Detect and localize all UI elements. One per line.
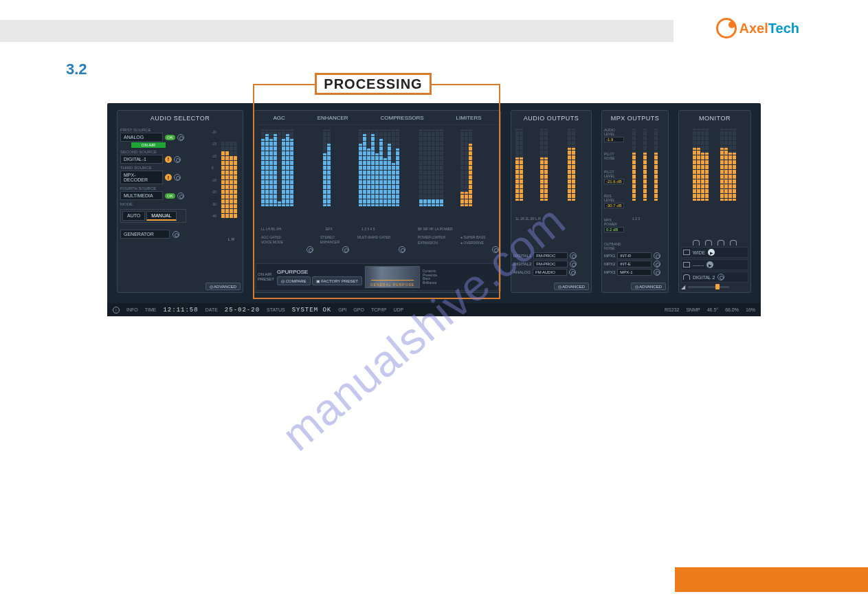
gear-icon[interactable] <box>569 269 576 276</box>
limiter-line2: EXPANSION <box>418 241 438 245</box>
gear-icon[interactable] <box>654 261 660 267</box>
agc-mode-label: AGC GATED VOICE MODE <box>261 235 283 244</box>
gear-icon[interactable] <box>492 246 499 253</box>
gear-icon[interactable] <box>654 252 660 259</box>
audio-outputs-title: AUDIO OUTPUTS <box>514 113 588 126</box>
on-air-badge: ON AIR <box>131 142 166 148</box>
enhancer-mode-label: STEREO ENHANCER <box>320 235 340 244</box>
gear-icon[interactable] <box>177 134 184 141</box>
limiter-meters-b <box>460 129 472 206</box>
gpi-label: GPI <box>338 307 346 312</box>
second-source-value[interactable]: DIGITAL-1 <box>120 155 163 164</box>
footer-orange-bar <box>675 567 868 592</box>
mpx2-label: MPX2 <box>604 262 615 266</box>
digital2-value[interactable]: FM-PROC <box>533 261 568 267</box>
info-icon[interactable]: i <box>113 307 120 314</box>
expand-icon[interactable] <box>683 250 690 255</box>
digital1-value[interactable]: FM-PROC <box>533 252 568 259</box>
preset-name: GPURPOSE <box>277 269 362 275</box>
headphone-icon[interactable] <box>730 240 737 245</box>
mpx3-label: MPX3 <box>604 270 615 274</box>
mpx-vu-1 <box>632 129 636 201</box>
limiter-opt2: ● OVERDRIVE <box>460 241 484 245</box>
first-source-label: FIRST SOURCE <box>120 128 196 132</box>
warning-icon: ! <box>165 174 172 181</box>
snmp-label: SNMP <box>686 307 700 312</box>
enhancer-meters <box>323 129 331 206</box>
limiter-meters-a <box>419 129 443 206</box>
gear-icon[interactable] <box>654 269 660 276</box>
info-label: INFO <box>126 307 138 312</box>
mpx-vu-3 <box>654 129 658 201</box>
mpx3-value[interactable]: MPX-1 <box>617 269 652 276</box>
gear-icon[interactable] <box>307 246 313 253</box>
monitor-vu-r <box>720 129 736 201</box>
preset-thumbnail[interactable]: GENERAL PURPOSE <box>365 266 420 288</box>
monitor-title: MONITOR <box>682 113 748 126</box>
volume-slider[interactable] <box>688 286 729 288</box>
outputs-vu-1 <box>515 129 523 201</box>
mode-auto-button[interactable]: AUTO <box>122 211 145 221</box>
advanced-button[interactable]: ◎ ADVANCED <box>554 283 589 290</box>
play-icon[interactable]: ▶ <box>706 261 713 268</box>
limiter-line1: POWER LIMITER <box>418 235 445 240</box>
limiter-opt1: ● SUPER BASS <box>460 235 485 240</box>
compare-button[interactable]: ◎ COMPARE <box>277 276 311 285</box>
third-source-label: THIRD SOURCE <box>120 166 196 170</box>
expand-icon[interactable] <box>683 262 690 267</box>
mpx-col-labels: 1 2 3 <box>632 217 640 221</box>
tcpip-label: TCP/IP <box>371 307 387 312</box>
selector-scale: -20-15-100-10-20-30-40 <box>212 130 216 218</box>
top-grey-bar <box>0 20 674 42</box>
outputs-col-labels: 1L 1R 2L 2R L R <box>515 217 541 221</box>
temp-value: 46.5° <box>707 307 718 312</box>
selector-lr-label: L R <box>228 237 234 241</box>
headphone-icon[interactable] <box>705 240 712 245</box>
gear-icon[interactable] <box>177 193 184 199</box>
generator-button[interactable]: GENERATOR <box>120 230 170 239</box>
gear-icon[interactable] <box>342 246 349 253</box>
gear-icon[interactable] <box>399 246 405 253</box>
mpx-readouts: AUDIO LEVEL-1.9 PILOT NOISE PILOT LEVEL-… <box>604 128 624 250</box>
audio-selector-title: AUDIO SELECTOR <box>120 113 240 126</box>
analog-value[interactable]: FM AUDIO <box>533 269 567 276</box>
headphone-icon <box>683 274 690 280</box>
mpx2-value[interactable]: INT-E <box>617 261 652 267</box>
mode-label: MODE <box>120 202 196 206</box>
efx-label: EFX <box>326 227 333 231</box>
second-source-label: SECOND SOURCE <box>120 150 196 154</box>
first-source-status-ok: OK <box>165 135 175 140</box>
gear-icon[interactable] <box>570 252 577 259</box>
logo-axel: Axel <box>739 21 768 36</box>
third-source-value[interactable]: MPX-DECODER <box>120 171 163 184</box>
first-source-value[interactable]: ANALOG <box>120 133 163 142</box>
advanced-button[interactable]: ◎ ADVANCED <box>205 283 241 290</box>
mpx1-value[interactable]: INT-R <box>617 252 652 259</box>
pct1-value: 68.0% <box>725 307 739 312</box>
date-label: DATE <box>205 307 218 312</box>
preset-bar: ON AIR PRESET GPURPOSE ◎ COMPARE ▣ FACTO… <box>256 263 499 291</box>
mpx-title: MPX OUTPUTS <box>605 113 665 126</box>
outputs-vu-2 <box>540 129 548 201</box>
processing-title-box: PROCESSING <box>315 73 432 95</box>
digital2-label: DIGITAL 2 <box>693 275 715 280</box>
gear-icon[interactable] <box>570 261 577 267</box>
gear-icon[interactable] <box>173 231 179 238</box>
gear-icon[interactable] <box>174 174 181 181</box>
factory-preset-button[interactable]: ▣ FACTORY PRESET <box>312 276 362 285</box>
volume-icon: ◢ <box>681 284 685 290</box>
fourth-source-value[interactable]: MULTIMEDIA <box>120 191 163 200</box>
advanced-button[interactable]: ◎ ADVANCED <box>631 283 666 290</box>
headphone-icon[interactable] <box>693 240 700 245</box>
processing-panel: AGC ENHANCER COMPRESSORS LIMITERS LL LH … <box>254 110 501 293</box>
processing-headers: AGC ENHANCER COMPRESSORS LIMITERS <box>257 113 498 125</box>
dashes-label: ------- <box>693 263 704 267</box>
mode-manual-button[interactable]: MANUAL <box>146 211 176 221</box>
limiters-header: LIMITERS <box>456 115 482 121</box>
play-icon[interactable]: ▶ <box>708 249 715 256</box>
compressor-meters <box>359 129 399 206</box>
gear-icon[interactable] <box>717 274 724 281</box>
preset-params: Dynamic Presence Bass Brilliance <box>423 270 437 285</box>
gear-icon[interactable] <box>174 156 181 163</box>
headphone-icon[interactable] <box>717 240 724 245</box>
